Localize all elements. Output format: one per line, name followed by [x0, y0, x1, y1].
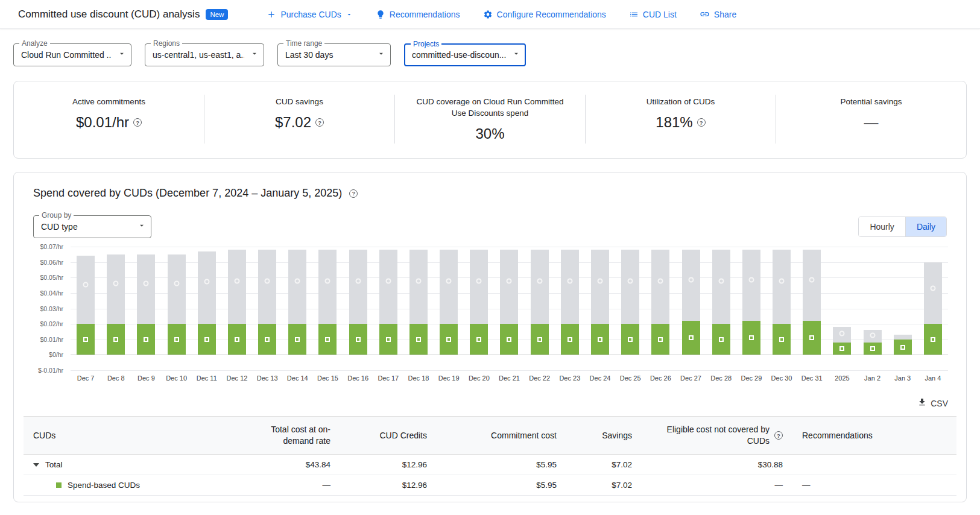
bar-2025[interactable]: [827, 247, 857, 370]
x-axis-tick: Dec 19: [434, 374, 464, 382]
help-icon[interactable]: ?: [133, 118, 142, 127]
bar-segment-not-covered: [621, 250, 639, 324]
gear-icon: [483, 10, 493, 19]
square-marker-icon: [416, 337, 421, 342]
bar-dec-25[interactable]: [615, 247, 645, 370]
bar-dec-11[interactable]: [192, 247, 222, 370]
cell-savings: $7.02: [566, 455, 642, 475]
configure-recommendations-button[interactable]: Configure Recommendations: [483, 10, 606, 19]
download-csv-button[interactable]: CSV: [917, 397, 948, 409]
bar-segment-spend-based-cuds: [712, 324, 730, 355]
bar-dec-24[interactable]: [585, 247, 615, 370]
bar-dec-19[interactable]: [434, 247, 464, 370]
bar-segment-not-covered: [198, 251, 216, 324]
bar-jan-3[interactable]: [888, 247, 918, 370]
table-row-spend-based-cuds[interactable]: Spend-based CUDs — $12.96 $5.95 $7.02 — …: [24, 475, 956, 496]
y-axis-tick: $0/hr: [49, 351, 63, 358]
bar-dec-31[interactable]: [797, 247, 827, 370]
bar-dec-18[interactable]: [403, 247, 434, 370]
help-icon[interactable]: ?: [349, 189, 358, 198]
square-marker-icon: [83, 337, 88, 342]
x-axis-tick: Dec 10: [162, 374, 192, 382]
hourly-toggle-button[interactable]: Hourly: [859, 217, 905, 236]
bar-segment-not-covered: [107, 254, 125, 324]
circle-marker-icon: [476, 278, 482, 283]
circle-marker-icon: [446, 278, 452, 283]
bar-segment-not-covered: [864, 330, 882, 343]
col-header-commitment-cost: Commitment cost: [437, 417, 566, 455]
recommendations-button[interactable]: Recommendations: [376, 10, 460, 19]
bar-dec-27[interactable]: [675, 247, 706, 370]
square-marker-icon: [870, 346, 875, 351]
circle-marker-icon: [930, 285, 935, 291]
circle-marker-icon: [234, 278, 239, 283]
collapse-arrow-icon[interactable]: [33, 463, 39, 467]
bar-dec-8[interactable]: [101, 247, 131, 370]
square-marker-icon: [689, 335, 694, 340]
bar-dec-29[interactable]: [736, 247, 767, 370]
bar-dec-15[interactable]: [312, 247, 343, 370]
circle-marker-icon: [718, 278, 724, 283]
bar-dec-28[interactable]: [706, 247, 736, 370]
share-button[interactable]: Share: [700, 9, 736, 19]
bar-dec-12[interactable]: [222, 247, 252, 370]
col-header-recommendations: Recommendations: [792, 417, 956, 455]
bar-jan-4[interactable]: [918, 247, 948, 370]
bar-segment-spend-based-cuds: [288, 324, 306, 355]
bar-dec-21[interactable]: [494, 247, 524, 370]
circle-marker-icon: [144, 281, 149, 286]
projects-select[interactable]: Projects committed-use-discoun...: [404, 43, 526, 66]
chevron-down-icon: [377, 49, 385, 60]
col-header-cud-credits: CUD Credits: [340, 417, 437, 455]
bar-jan-2[interactable]: [857, 247, 887, 370]
bar-dec-14[interactable]: [282, 247, 312, 370]
square-marker-icon: [658, 337, 663, 342]
x-axis-tick: Dec 15: [312, 374, 343, 382]
table-row-total[interactable]: Total $43.84 $12.96 $5.95 $7.02 $30.88: [24, 455, 956, 475]
bar-dec-13[interactable]: [252, 247, 282, 370]
time-range-value: Last 30 days: [285, 50, 371, 60]
stat-potential-savings: Potential savings —: [776, 95, 966, 144]
bar-segment-spend-based-cuds: [349, 324, 367, 355]
cud-list-button[interactable]: CUD List: [629, 10, 677, 19]
circle-marker-icon: [839, 331, 845, 336]
square-marker-icon: [628, 337, 633, 342]
bar-dec-9[interactable]: [131, 247, 161, 370]
circle-marker-icon: [204, 279, 209, 285]
purchase-cuds-button[interactable]: Purchase CUDs: [267, 10, 352, 19]
bar-segment-spend-based-cuds: [591, 324, 609, 355]
top-bar: Committed use discount (CUD) analysis Ne…: [0, 0, 980, 29]
bar-segment-not-covered: [561, 250, 579, 324]
bar-dec-23[interactable]: [555, 247, 585, 370]
circle-marker-icon: [83, 282, 89, 287]
time-range-select[interactable]: Time range Last 30 days: [277, 43, 391, 66]
bar-dec-26[interactable]: [645, 247, 675, 370]
gridline: [71, 370, 948, 371]
bar-dec-17[interactable]: [373, 247, 403, 370]
help-icon[interactable]: ?: [315, 118, 324, 127]
group-by-select[interactable]: Group by CUD type: [33, 215, 151, 238]
analyze-select[interactable]: Analyze Cloud Run Committed ...: [13, 43, 131, 66]
bar-segment-not-covered: [531, 250, 549, 324]
bar-dec-20[interactable]: [464, 247, 494, 370]
group-by-value: CUD type: [41, 222, 131, 232]
x-axis-tick: Dec 13: [252, 374, 282, 382]
bar-dec-30[interactable]: [767, 247, 797, 370]
help-icon[interactable]: ?: [774, 431, 783, 440]
regions-select[interactable]: Regions us-central1, us-east1, a...: [145, 43, 264, 66]
stat-value: —: [864, 114, 879, 131]
bar-segment-spend-based-cuds: [651, 324, 669, 355]
group-by-label: Group by: [39, 211, 74, 220]
bar-segment-not-covered: [591, 250, 609, 324]
x-axis-tick: Jan 4: [918, 374, 948, 382]
bar-segment-not-covered: [500, 250, 518, 324]
bar-dec-10[interactable]: [162, 247, 192, 370]
bar-dec-16[interactable]: [343, 247, 373, 370]
granularity-toggle: Hourly Daily: [858, 216, 947, 237]
bar-segment-not-covered: [137, 254, 155, 324]
bars: [71, 247, 948, 370]
help-icon[interactable]: ?: [697, 118, 706, 127]
bar-dec-7[interactable]: [71, 247, 101, 370]
daily-toggle-button[interactable]: Daily: [905, 217, 946, 236]
bar-dec-22[interactable]: [525, 247, 555, 370]
